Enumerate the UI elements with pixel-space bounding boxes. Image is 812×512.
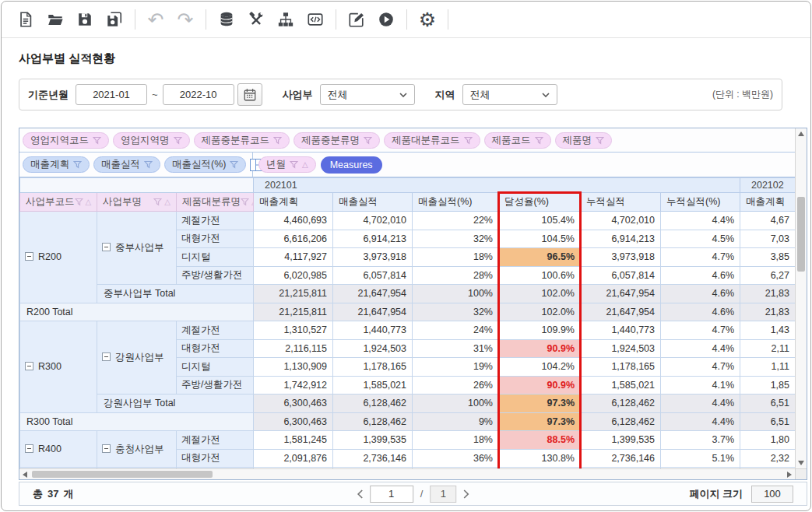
value-cell[interactable]: 4.7% <box>661 358 740 377</box>
collapse-icon[interactable] <box>102 243 111 251</box>
value-cell[interactable]: 28% <box>413 266 499 285</box>
value-cell[interactable]: 1,585,021 <box>581 376 661 395</box>
row-category-cell[interactable]: 대형가전 <box>177 230 254 248</box>
value-cell[interactable]: 1,11 <box>740 358 796 377</box>
row-code-cell[interactable]: R200 <box>20 212 97 303</box>
current-page-input[interactable] <box>370 486 413 503</box>
value-cell[interactable]: 6,616,206 <box>254 230 333 248</box>
value-cell[interactable]: 1,80 <box>740 431 796 450</box>
value-cell[interactable]: 4.1% <box>661 376 740 395</box>
value-cell[interactable]: 6,128,462 <box>581 395 661 413</box>
scroll-down-arrow[interactable] <box>796 458 807 468</box>
value-cell[interactable]: 4.6% <box>661 285 740 303</box>
page-size-input[interactable] <box>751 486 793 503</box>
value-cell[interactable]: 4.4% <box>661 339 740 358</box>
col-header-cumulative-pct[interactable]: 누적실적(%) <box>661 193 740 212</box>
row-header-category-name[interactable]: 제품대분류명△ <box>177 193 254 212</box>
value-cell[interactable]: 104.5% <box>499 230 581 248</box>
filter-funnel-icon[interactable] <box>73 160 82 169</box>
value-cell[interactable]: 4.4% <box>661 395 740 413</box>
value-cell[interactable]: 2,736,146 <box>333 449 413 468</box>
value-cell[interactable]: 1,399,535 <box>581 431 661 450</box>
collapse-icon[interactable] <box>25 444 33 453</box>
row-category-cell[interactable]: 디지털 <box>177 248 254 267</box>
grandtotal-label-cell[interactable]: R200 Total <box>20 303 254 321</box>
filter-funnel-icon[interactable] <box>75 198 83 206</box>
filter-funnel-icon[interactable] <box>230 160 238 169</box>
value-cell[interactable]: 4,702,010 <box>333 212 413 230</box>
value-cell[interactable]: 21,215,811 <box>254 285 333 303</box>
value-cell[interactable]: 2,116,115 <box>254 339 333 358</box>
row-category-cell[interactable]: 대형가전 <box>177 339 254 358</box>
col-header-sales-actual[interactable]: 매출실적 <box>333 193 413 212</box>
pivot-row-field-chip[interactable]: 제품중분류명 <box>294 132 380 149</box>
value-cell[interactable]: 1,310,527 <box>254 321 333 340</box>
value-cell[interactable]: 21,647,954 <box>333 303 413 321</box>
scroll-up-arrow[interactable] <box>796 128 807 139</box>
value-cell[interactable]: 21,647,954 <box>581 285 661 303</box>
row-category-cell[interactable]: 주방/생활가전 <box>177 376 254 395</box>
value-cell[interactable]: 6,128,462 <box>333 395 413 413</box>
value-cell[interactable]: 4.4% <box>661 412 740 431</box>
scroll-left-arrow[interactable] <box>19 469 30 480</box>
value-cell[interactable]: 6,128,462 <box>333 412 413 431</box>
value-cell[interactable]: 1,924,503 <box>333 339 413 358</box>
value-cell[interactable]: 90.9% <box>499 376 581 395</box>
value-cell[interactable]: 3,973,918 <box>581 248 661 267</box>
filter-funnel-icon[interactable] <box>596 136 604 145</box>
row-category-cell[interactable]: 대형가전 <box>177 449 254 468</box>
col-header-sales-actual-pct[interactable]: 매출실적(%) <box>413 193 499 212</box>
scroll-right-arrow[interactable] <box>784 469 795 480</box>
col-header-cumulative[interactable]: 누적실적 <box>581 193 661 212</box>
row-category-cell[interactable]: 디지털 <box>177 358 254 377</box>
row-code-cell[interactable]: R400 <box>20 431 97 468</box>
filter-funnel-icon[interactable] <box>153 198 162 206</box>
value-cell[interactable]: 3,85 <box>740 248 796 267</box>
value-cell[interactable]: 2,32 <box>740 449 796 468</box>
value-cell[interactable]: 21,647,954 <box>333 285 413 303</box>
value-cell[interactable]: 36% <box>413 449 499 468</box>
value-cell[interactable]: 6,057,814 <box>581 266 661 285</box>
filter-funnel-icon[interactable] <box>93 136 101 145</box>
value-cell[interactable]: 21,215,811 <box>254 303 333 321</box>
period-from-input[interactable] <box>76 84 147 105</box>
subtotal-label-cell[interactable]: 강원사업부 Total <box>97 395 254 413</box>
vertical-scrollbar[interactable] <box>795 128 807 468</box>
pivot-row-field-chip[interactable]: 제품중분류코드 <box>194 132 290 149</box>
row-category-cell[interactable]: 주방/생활가전 <box>177 266 254 285</box>
value-cell[interactable]: 22% <box>413 212 499 230</box>
value-cell[interactable]: 1,440,773 <box>333 321 413 340</box>
pivot-row-field-chip[interactable]: 제품대분류코드 <box>384 132 480 149</box>
filter-funnel-icon[interactable] <box>241 198 249 206</box>
value-cell[interactable]: 4.6% <box>661 303 740 321</box>
sort-asc-icon[interactable]: △ <box>302 161 308 169</box>
value-cell[interactable]: 104.2% <box>499 358 581 377</box>
subtotal-label-cell[interactable]: 중부사업부 Total <box>97 285 254 303</box>
value-cell[interactable]: 97.3% <box>499 395 581 413</box>
value-cell[interactable]: 1,178,165 <box>581 358 661 377</box>
value-cell[interactable]: 4.4% <box>661 212 740 230</box>
sort-asc-icon[interactable]: △ <box>164 198 170 206</box>
value-cell[interactable]: 102.0% <box>499 303 581 321</box>
value-cell[interactable]: 9% <box>413 412 499 431</box>
value-cell[interactable]: 18% <box>413 248 499 267</box>
value-cell[interactable]: 32% <box>413 303 499 321</box>
value-cell[interactable]: 1,440,773 <box>581 321 661 340</box>
value-cell[interactable]: 4,460,693 <box>254 212 333 230</box>
value-cell[interactable]: 109.9% <box>499 321 581 340</box>
value-cell[interactable]: 4,702,010 <box>581 212 661 230</box>
edit-button[interactable] <box>343 6 370 33</box>
value-cell[interactable]: 1,585,021 <box>333 376 413 395</box>
value-cell[interactable]: 26% <box>413 376 499 395</box>
open-folder-button[interactable] <box>42 6 69 33</box>
value-cell[interactable]: 4.7% <box>661 248 740 267</box>
row-header-division-name[interactable]: 사업부명△ <box>97 193 177 212</box>
filter-funnel-icon[interactable] <box>290 160 298 169</box>
code-button[interactable] <box>302 6 329 33</box>
filter-funnel-icon[interactable] <box>464 136 473 145</box>
filter-funnel-icon[interactable] <box>535 136 543 145</box>
pivot-row-field-chip[interactable]: 제품코드 <box>484 132 551 149</box>
value-cell[interactable]: 6,914,213 <box>333 230 413 248</box>
sitemap-button[interactable] <box>272 6 299 33</box>
value-cell[interactable]: 5.1% <box>661 449 740 468</box>
